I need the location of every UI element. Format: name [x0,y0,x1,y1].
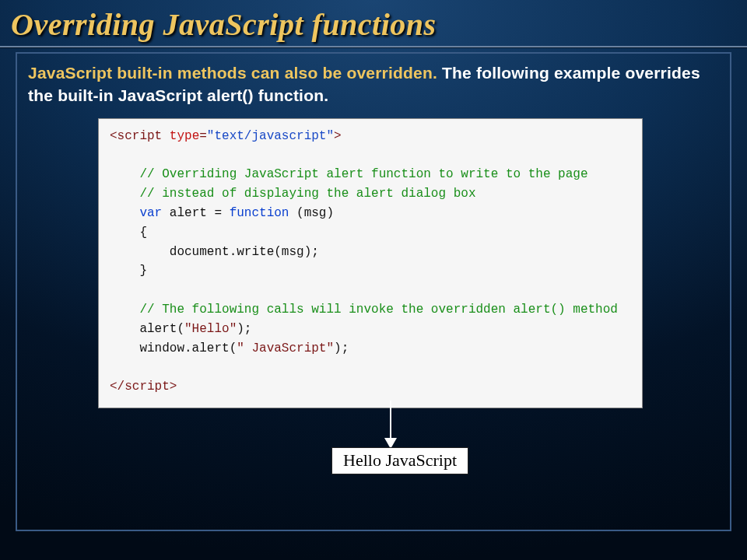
content-frame: JavaScript built-in methods can also be … [16,52,731,531]
intro-text: JavaScript built-in methods can also be … [28,61,719,107]
arrow-down-icon [381,401,400,449]
code-snippet: <script type="text/javascript"> // Overr… [98,118,643,408]
slide-title: Overriding JavaScript functions [0,0,747,46]
output-box: Hello JavaScript [331,447,468,474]
slide: Overriding JavaScript functions JavaScri… [0,0,747,560]
intro-highlight: JavaScript built-in methods can also be … [28,64,437,82]
title-underline [0,46,747,47]
